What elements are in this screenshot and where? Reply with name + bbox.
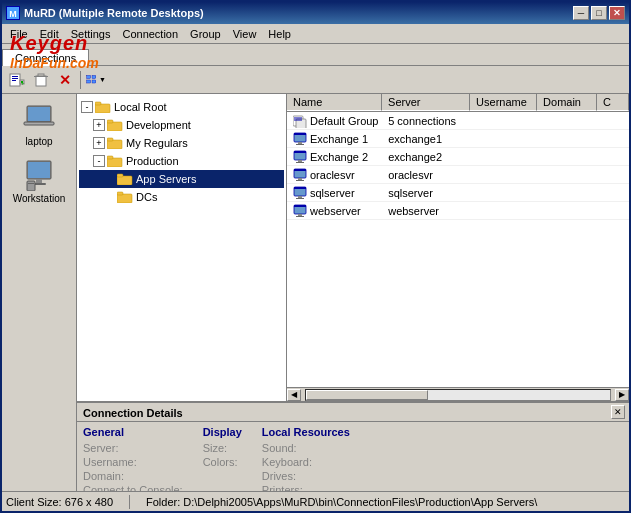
- list-row[interactable]: sqlserver sqlserver: [287, 184, 629, 202]
- svg-rect-48: [294, 169, 306, 171]
- tree-label-my-regulars: My Regulars: [126, 137, 188, 149]
- svg-text:+: +: [21, 80, 25, 86]
- tree-node-production[interactable]: - Production: [79, 152, 284, 170]
- row-domain-sqlserver: [537, 192, 597, 194]
- svg-rect-56: [294, 205, 306, 207]
- new-connection-button[interactable]: +: [6, 69, 28, 91]
- close-button[interactable]: ✕: [609, 6, 625, 20]
- content-area: - Local Root +: [77, 94, 629, 491]
- svg-rect-46: [296, 162, 304, 163]
- tree-node-app-servers[interactable]: App Servers: [79, 170, 284, 188]
- row-username-default-group: [470, 120, 537, 122]
- list-row[interactable]: webserver webserver: [287, 202, 629, 220]
- svg-rect-38: [294, 119, 302, 120]
- svg-rect-32: [117, 174, 123, 177]
- tree-node-dcs[interactable]: DCs: [79, 188, 284, 206]
- row-username-oraclesvr: [470, 174, 537, 176]
- tree-toggle-production[interactable]: -: [93, 155, 105, 167]
- menu-edit[interactable]: Edit: [34, 26, 65, 42]
- svg-rect-25: [107, 122, 122, 131]
- menu-file[interactable]: File: [4, 26, 34, 42]
- list-row[interactable]: oraclesvr oraclesvr: [287, 166, 629, 184]
- row-server-exchange1: exchange1: [382, 132, 470, 146]
- toolbar: + ✕ ▼: [2, 66, 629, 94]
- tree-toggle-my-regulars[interactable]: +: [93, 137, 105, 149]
- rdp-connection-icon: [293, 186, 307, 200]
- svg-rect-2: [12, 78, 18, 79]
- col-header-c[interactable]: C: [597, 94, 629, 111]
- row-domain-oraclesvr: [537, 174, 597, 176]
- h-scrollbar-thumb[interactable]: [306, 390, 428, 400]
- menu-view[interactable]: View: [227, 26, 263, 42]
- row-domain-default-group: [537, 120, 597, 122]
- svg-rect-28: [107, 138, 113, 141]
- row-name-default-group: Default Group: [287, 113, 382, 129]
- menu-help[interactable]: Help: [262, 26, 297, 42]
- tree-label-development: Development: [126, 119, 191, 131]
- detail-colors-field: Colors:: [203, 456, 242, 468]
- row-name-exchange1: Exchange 1: [287, 131, 382, 147]
- status-folder: Folder: D:\Delphi2005\Apps\MuRD\bin\Conn…: [146, 496, 537, 508]
- folder-my-regulars-icon: [107, 137, 123, 149]
- row-username-webserver: [470, 210, 537, 212]
- menu-connection[interactable]: Connection: [116, 26, 184, 42]
- list-row[interactable]: Default Group 5 connections: [287, 112, 629, 130]
- list-row[interactable]: Exchange 2 exchange2: [287, 148, 629, 166]
- row-name-sqlserver: sqlserver: [287, 185, 382, 201]
- view-icon: [86, 72, 98, 88]
- svg-rect-16: [24, 122, 54, 125]
- detail-general-title: General: [83, 426, 183, 438]
- row-c-exchange2: [597, 156, 629, 158]
- svg-rect-23: [95, 104, 110, 113]
- h-scrollbar-track[interactable]: [305, 389, 611, 401]
- svg-rect-49: [298, 178, 302, 180]
- minimize-button[interactable]: ─: [573, 6, 589, 20]
- detail-keyboard-field: Keyboard:: [262, 456, 350, 468]
- svg-rect-34: [117, 192, 123, 195]
- col-header-name[interactable]: Name: [287, 94, 382, 111]
- scroll-left-button[interactable]: ◀: [287, 389, 301, 401]
- tree-label-dcs: DCs: [136, 191, 157, 203]
- detail-panel-close-button[interactable]: ✕: [611, 405, 625, 419]
- svg-rect-54: [296, 198, 304, 199]
- svg-rect-29: [107, 158, 122, 167]
- delete-button[interactable]: [30, 69, 52, 91]
- svg-rect-1: [12, 76, 18, 77]
- title-bar: M MuRD (Multiple Remote Desktops) ─ □ ✕: [2, 2, 629, 24]
- list-row[interactable]: Exchange 1 exchange1: [287, 130, 629, 148]
- col-header-domain[interactable]: Domain: [537, 94, 597, 111]
- view-button[interactable]: ▼: [85, 69, 107, 91]
- sidebar-item-laptop[interactable]: laptop: [4, 98, 74, 151]
- detail-panel-content: General Server: Username: Domain: Connec…: [77, 422, 629, 491]
- scroll-right-button[interactable]: ▶: [615, 389, 629, 401]
- workstation-icon: [23, 159, 55, 191]
- horizontal-scrollbar[interactable]: ◀ ▶: [287, 387, 629, 401]
- row-name-oraclesvr: oraclesvr: [287, 167, 382, 183]
- detail-console-field: Connect to Console:: [83, 484, 183, 491]
- detail-printers-field: Printers:: [262, 484, 350, 491]
- tree-toggle-local-root[interactable]: -: [81, 101, 93, 113]
- sidebar-item-workstation[interactable]: Workstation: [4, 155, 74, 208]
- tree-node-my-regulars[interactable]: + My Regulars: [79, 134, 284, 152]
- tree-toggle-development[interactable]: +: [93, 119, 105, 131]
- list-panel[interactable]: Name Server Username Domain C: [287, 94, 629, 401]
- col-header-server[interactable]: Server: [382, 94, 470, 111]
- rdp-connection-icon: [293, 168, 307, 182]
- svg-rect-58: [296, 216, 304, 217]
- svg-rect-45: [298, 160, 302, 162]
- tab-connections[interactable]: Connections: [2, 49, 89, 66]
- svg-rect-37: [294, 117, 302, 118]
- status-bar: Client Size: 676 x 480 Folder: D:\Delphi…: [2, 491, 629, 511]
- detail-size-field: Size:: [203, 442, 242, 454]
- menu-settings[interactable]: Settings: [65, 26, 117, 42]
- left-sidebar: laptop Workstation: [2, 94, 77, 491]
- row-c-oraclesvr: [597, 174, 629, 176]
- maximize-button[interactable]: □: [591, 6, 607, 20]
- tree-panel[interactable]: - Local Root +: [77, 94, 287, 401]
- tree-node-development[interactable]: + Development: [79, 116, 284, 134]
- menu-group[interactable]: Group: [184, 26, 227, 42]
- col-header-username[interactable]: Username: [470, 94, 537, 111]
- svg-rect-15: [28, 107, 50, 121]
- disconnect-button[interactable]: ✕: [54, 69, 76, 91]
- tree-node-local-root[interactable]: - Local Root: [79, 98, 284, 116]
